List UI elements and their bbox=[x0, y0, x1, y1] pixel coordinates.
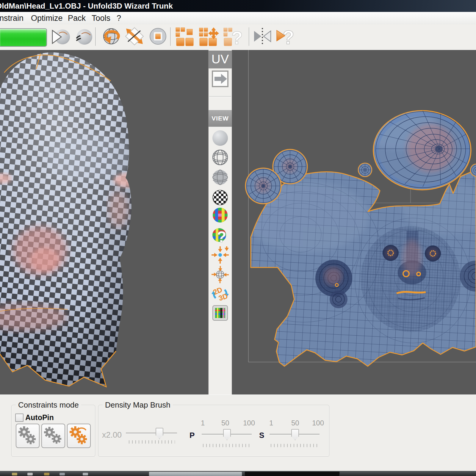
svg-text:?: ? bbox=[231, 27, 243, 47]
center-3d-button[interactable] bbox=[212, 266, 229, 283]
uv-map-render bbox=[232, 50, 476, 394]
constraint-gears-button-active[interactable] bbox=[67, 424, 91, 448]
viewport-3d[interactable] bbox=[0, 50, 208, 394]
taskbar-app-button[interactable] bbox=[149, 472, 242, 476]
uv-island-back-of-head[interactable] bbox=[360, 105, 471, 190]
taskbar-icon[interactable] bbox=[27, 473, 33, 475]
density-slider-thumb[interactable] bbox=[156, 428, 163, 439]
gears-orange-icon bbox=[68, 424, 89, 446]
stop-icon bbox=[148, 27, 168, 47]
taskbar-icon[interactable] bbox=[44, 473, 49, 475]
pack-islands-help-button[interactable]: ? bbox=[223, 27, 243, 47]
flatten-button[interactable] bbox=[124, 27, 145, 47]
checker-help-button[interactable]: ? bbox=[212, 227, 229, 244]
density-map-brush-group: Density Map Brush x2.00 1 50 100 P 1 50 … bbox=[98, 405, 329, 457]
shaded-sphere-icon bbox=[212, 129, 229, 147]
shaded-wire-sphere-icon bbox=[212, 169, 229, 186]
taskbar-icon[interactable] bbox=[83, 473, 88, 475]
main-toolbar: ? ? bbox=[0, 24, 476, 50]
s-scale-1: 1 bbox=[269, 419, 273, 427]
wireframe-view-button[interactable] bbox=[212, 149, 229, 166]
density-slider-ticks bbox=[129, 440, 175, 444]
checker-sphere-icon bbox=[212, 189, 229, 206]
gears-gray-icon bbox=[42, 424, 63, 446]
s-scale-100: 100 bbox=[312, 419, 324, 427]
pack-islands-move-icon bbox=[199, 27, 219, 47]
constraint-gears-button-a[interactable] bbox=[16, 424, 40, 448]
toggle-2d-3d-icon: 2D 3D bbox=[212, 285, 229, 302]
s-slider-thumb[interactable] bbox=[291, 429, 299, 440]
p-slider-thumb[interactable] bbox=[223, 429, 231, 440]
uv-island-circle-b[interactable] bbox=[245, 168, 281, 204]
shaded-view-button[interactable] bbox=[212, 129, 229, 147]
s-scale-50: 50 bbox=[291, 419, 299, 427]
pack-islands-help-icon: ? bbox=[223, 27, 245, 47]
menu-item-tools[interactable]: Tools bbox=[92, 14, 110, 23]
toolbar-separator bbox=[249, 27, 250, 46]
p-scale-100: 100 bbox=[243, 419, 255, 427]
mirror-symmetry-icon bbox=[252, 27, 273, 47]
taskbar[interactable] bbox=[0, 471, 476, 476]
constraints-mode-group: Constraints mode AutoPin bbox=[11, 405, 95, 457]
strip-divider bbox=[209, 96, 231, 97]
shaded-wire-view-button[interactable] bbox=[212, 169, 229, 186]
uv-island-small-circle[interactable] bbox=[358, 163, 372, 177]
uv-section-header: UV bbox=[209, 51, 232, 68]
bottom-panel: Constraints mode AutoPin bbox=[0, 394, 476, 471]
flatten-icon bbox=[124, 27, 145, 47]
view-section-header: VIEW bbox=[209, 110, 232, 127]
undo-unfold-button[interactable] bbox=[101, 27, 121, 47]
menu-item-optimize[interactable]: Optimize bbox=[31, 14, 63, 23]
texture-swatch-icon bbox=[212, 304, 229, 322]
unfold-button[interactable] bbox=[50, 27, 70, 47]
toolbar-separator bbox=[170, 27, 171, 46]
checker-help-icon: ? bbox=[212, 227, 229, 244]
unfold-progress-bar bbox=[0, 28, 47, 47]
wizard-help-button[interactable]: ? bbox=[275, 27, 295, 47]
autopin-label: AutoPin bbox=[25, 413, 54, 422]
taskbar-icon[interactable] bbox=[12, 473, 17, 475]
svg-text:?: ? bbox=[217, 228, 226, 244]
center-arrows-icon bbox=[212, 246, 229, 264]
undo-sphere-icon bbox=[101, 27, 121, 47]
menu-item-help[interactable]: ? bbox=[117, 14, 121, 23]
unfold-sphere-icon bbox=[50, 27, 70, 47]
texture-swatch-button[interactable] bbox=[212, 304, 229, 322]
p-slider-label: P bbox=[190, 431, 195, 440]
svg-text:?: ? bbox=[283, 27, 294, 47]
menu-item-constrain[interactable]: nstrain bbox=[0, 14, 24, 23]
uv-tool-strip: UV VIEW bbox=[208, 50, 232, 394]
stop-button[interactable] bbox=[148, 27, 168, 47]
center-sphere-arrows-icon bbox=[212, 266, 229, 283]
brush-unfold-button[interactable] bbox=[74, 27, 94, 47]
app-window: OldMan\Head_Lv1.OBJ - Unfold3D Wizard Tr… bbox=[0, 0, 476, 476]
head-3d-render bbox=[0, 50, 208, 394]
pack-islands-move-button[interactable] bbox=[199, 27, 219, 47]
uv-export-button[interactable] bbox=[212, 70, 229, 87]
uv-export-arrow-icon bbox=[212, 70, 229, 87]
p-scale-50: 50 bbox=[221, 419, 229, 427]
toggle-2d-3d-button[interactable]: 2D 3D bbox=[212, 285, 229, 302]
density-slider-track[interactable] bbox=[126, 433, 177, 434]
autopin-checkbox[interactable] bbox=[15, 414, 24, 422]
density-multiplier-value: x2.00 bbox=[102, 430, 122, 440]
constraint-gears-button-b[interactable] bbox=[41, 424, 65, 448]
pack-islands-button[interactable] bbox=[175, 27, 195, 47]
mirror-symmetry-button[interactable] bbox=[252, 27, 273, 47]
constraints-mode-title: Constraints mode bbox=[16, 400, 81, 410]
density-map-brush-title: Density Map Brush bbox=[103, 400, 173, 410]
color-checker-view-button[interactable] bbox=[212, 206, 229, 224]
taskbar-app-button-dark[interactable] bbox=[245, 472, 340, 476]
title-bar[interactable]: OldMan\Head_Lv1.OBJ - Unfold3D Wizard Tr… bbox=[0, 0, 476, 12]
window-title: OldMan\Head_Lv1.OBJ - Unfold3D Wizard Tr… bbox=[0, 1, 173, 11]
viewport-uv[interactable] bbox=[232, 50, 476, 394]
wizard-help-icon: ? bbox=[275, 27, 298, 47]
color-checker-sphere-icon bbox=[212, 206, 229, 224]
checker-view-button[interactable] bbox=[212, 189, 229, 206]
menu-item-pack[interactable]: Pack bbox=[68, 14, 86, 23]
p-slider-ticks bbox=[203, 444, 251, 447]
taskbar-icon[interactable] bbox=[60, 473, 65, 475]
wireframe-sphere-icon bbox=[212, 149, 229, 166]
center-2d-button[interactable] bbox=[212, 246, 229, 264]
menu-bar: nstrain Optimize Pack Tools ? bbox=[0, 12, 476, 25]
